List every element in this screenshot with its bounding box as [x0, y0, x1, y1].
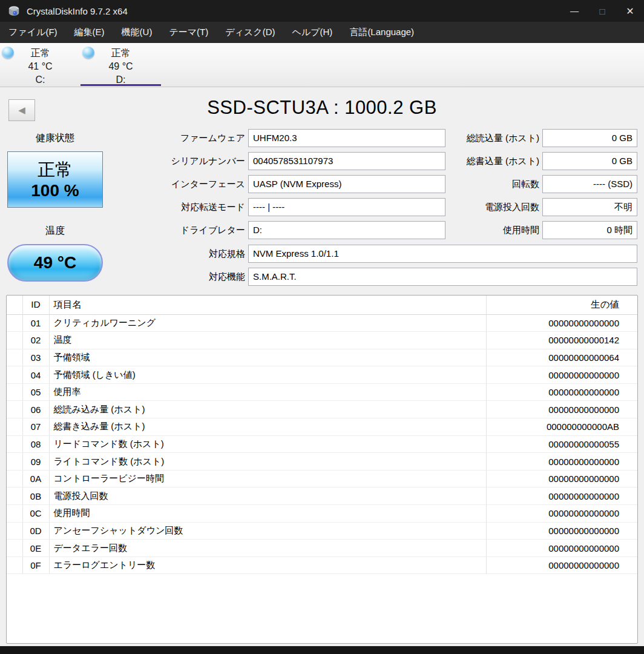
- info-field-label: ファームウェア: [139, 129, 245, 147]
- table-row[interactable]: 04 予備領域 (しきい値) 00000000000000: [7, 366, 637, 384]
- attribute-raw-value: 00000000000000: [486, 522, 637, 540]
- minimize-button[interactable]: —: [560, 0, 588, 22]
- attribute-raw-value: 00000000000000: [486, 401, 637, 418]
- attribute-name: リードコマンド数 (ホスト): [49, 435, 486, 453]
- info-row: ファームウェア UHFM20.3: [139, 129, 445, 147]
- close-button[interactable]: ✕: [616, 0, 644, 22]
- attribute-name: 使用時間: [49, 505, 486, 523]
- attribute-raw-value: 00000000000000: [486, 383, 637, 401]
- maximize-button[interactable]: □: [588, 0, 616, 22]
- attribute-id: 01: [22, 314, 49, 332]
- attribute-name: データエラー回数: [49, 540, 486, 557]
- drive-temperature: 41 °C: [0, 60, 80, 73]
- menu-item[interactable]: ファイル(F): [0, 22, 66, 43]
- info-field-value: UASP (NVM Express): [248, 175, 445, 193]
- table-row[interactable]: 06 総読み込み量 (ホスト) 00000000000000: [7, 401, 637, 418]
- info-field-label: 総読込量 (ホスト): [439, 129, 539, 147]
- attribute-name: 電源投入回数: [49, 487, 486, 505]
- table-row[interactable]: 0B 電源投入回数 00000000000000: [7, 487, 637, 505]
- attribute-id: 05: [22, 383, 49, 401]
- table-row[interactable]: 0A コントローラービジー時間 00000000000000: [7, 470, 637, 487]
- table-row[interactable]: 05 使用率 00000000000000: [7, 383, 637, 401]
- name-column-header: 項目名: [49, 296, 486, 314]
- attribute-id: 09: [22, 453, 49, 471]
- attribute-id: 06: [22, 401, 49, 418]
- attribute-id: 0D: [22, 522, 49, 540]
- info-field-value: 不明: [542, 198, 637, 216]
- info-row: ドライブレター D:: [139, 221, 445, 239]
- row-status-cell: [7, 418, 22, 436]
- id-column-header: ID: [22, 296, 49, 314]
- attribute-name: 総書き込み量 (ホスト): [49, 418, 486, 436]
- menu-item[interactable]: ヘルプ(H): [283, 22, 341, 43]
- health-percent: 100 %: [31, 180, 79, 201]
- table-header-row: ID 項目名 生の値: [7, 296, 637, 314]
- table-row[interactable]: 08 リードコマンド数 (ホスト) 00000000000055: [7, 435, 637, 453]
- window-controls: — □ ✕: [560, 0, 644, 22]
- attribute-raw-value: 00000000000064: [486, 349, 637, 366]
- info-field-label: 対応転送モード: [139, 198, 245, 216]
- info-field-value: ---- | ----: [248, 198, 445, 216]
- drive-tab-d-selected[interactable]: 正常 49 °C D:: [80, 43, 161, 87]
- status-good-orb-icon: [82, 47, 94, 59]
- menu-item[interactable]: テーマ(T): [160, 22, 217, 43]
- row-status-cell: [7, 349, 22, 366]
- menu-item[interactable]: 言語(Language): [341, 22, 422, 43]
- row-status-cell: [7, 470, 22, 487]
- attribute-name: ライトコマンド数 (ホスト): [49, 453, 486, 471]
- attribute-raw-value: 000000000000AB: [486, 418, 637, 436]
- info-row: シリアルナンバー 0040578531107973: [139, 152, 445, 170]
- health-status-box: 正常 100 %: [7, 151, 103, 208]
- table-row[interactable]: 03 予備領域 00000000000064: [7, 349, 637, 366]
- table-row[interactable]: 07 総書き込み量 (ホスト) 000000000000AB: [7, 418, 637, 436]
- info-field-label: 総書込量 (ホスト): [439, 152, 539, 170]
- attribute-id: 02: [22, 332, 49, 349]
- attribute-raw-value: 00000000000000: [486, 487, 637, 505]
- menu-item[interactable]: ディスク(D): [217, 22, 283, 43]
- table-row[interactable]: 0E データエラー回数 00000000000000: [7, 540, 637, 557]
- info-row: 対応転送モード ---- | ----: [139, 198, 445, 216]
- attribute-name: 総読み込み量 (ホスト): [49, 401, 486, 418]
- status-column-header: [7, 296, 22, 314]
- drive-temperature: 49 °C: [80, 60, 161, 73]
- row-status-cell: [7, 366, 22, 384]
- selected-tab-underline: [80, 84, 161, 86]
- smart-rows: 01 クリティカルワーニング 00000000000000 02 温度 0000…: [7, 314, 637, 574]
- attribute-raw-value: 00000000000000: [486, 557, 637, 574]
- menu-item[interactable]: 編集(E): [66, 22, 113, 43]
- title-bar: CrystalDiskInfo 9.7.2 x64 — □ ✕: [0, 0, 644, 22]
- row-status-cell: [7, 314, 22, 332]
- info-row: 対応規格 NVM Express 1.0/1.1: [139, 245, 637, 263]
- table-row[interactable]: 01 クリティカルワーニング 00000000000000: [7, 314, 637, 332]
- table-row[interactable]: 0F エラーログエントリー数 00000000000000: [7, 557, 637, 574]
- attribute-id: 0E: [22, 540, 49, 557]
- smart-attribute-table: ID 項目名 生の値 01 クリティカルワーニング 00000000000000: [6, 295, 638, 644]
- info-row: 回転数 ---- (SSD): [439, 175, 637, 193]
- info-field-label: シリアルナンバー: [139, 152, 245, 170]
- drive-letter: C:: [0, 73, 80, 87]
- attribute-name: 予備領域: [49, 349, 486, 366]
- row-status-cell: [7, 383, 22, 401]
- info-fields-right: 総読込量 (ホスト) 0 GB 総書込量 (ホスト) 0 GB 回転数 ----…: [439, 129, 637, 239]
- table-row[interactable]: 09 ライトコマンド数 (ホスト) 00000000000000: [7, 453, 637, 471]
- row-status-cell: [7, 557, 22, 574]
- menu-item[interactable]: 機能(U): [113, 22, 161, 43]
- row-status-cell: [7, 487, 22, 505]
- disk-model-title: SSD-SCTU3A : 1000.2 GB: [0, 97, 644, 119]
- info-field-label: ドライブレター: [139, 221, 245, 239]
- attribute-raw-value: 00000000000000: [486, 505, 637, 523]
- attribute-raw-value: 00000000000000: [486, 366, 637, 384]
- drive-tab-c[interactable]: 正常 41 °C C:: [0, 43, 80, 87]
- info-row: インターフェース UASP (NVM Express): [139, 175, 445, 193]
- attribute-name: クリティカルワーニング: [49, 314, 486, 332]
- info-row: 電源投入回数 不明: [439, 198, 637, 216]
- menu-bar: ファイル(F) 編集(E) 機能(U) テーマ(T) ディスク(D) ヘルプ(H…: [0, 22, 644, 43]
- health-status-text: 正常: [38, 159, 73, 180]
- table-row[interactable]: 0D アンセーフシャットダウン回数 00000000000000: [7, 522, 637, 540]
- info-row: 対応機能 S.M.A.R.T.: [139, 268, 637, 286]
- info-field-value: 0 時間: [542, 221, 637, 239]
- table-row[interactable]: 0C 使用時間 00000000000000: [7, 505, 637, 523]
- attribute-name: 予備領域 (しきい値): [49, 366, 486, 384]
- row-status-cell: [7, 332, 22, 349]
- table-row[interactable]: 02 温度 00000000000142: [7, 332, 637, 349]
